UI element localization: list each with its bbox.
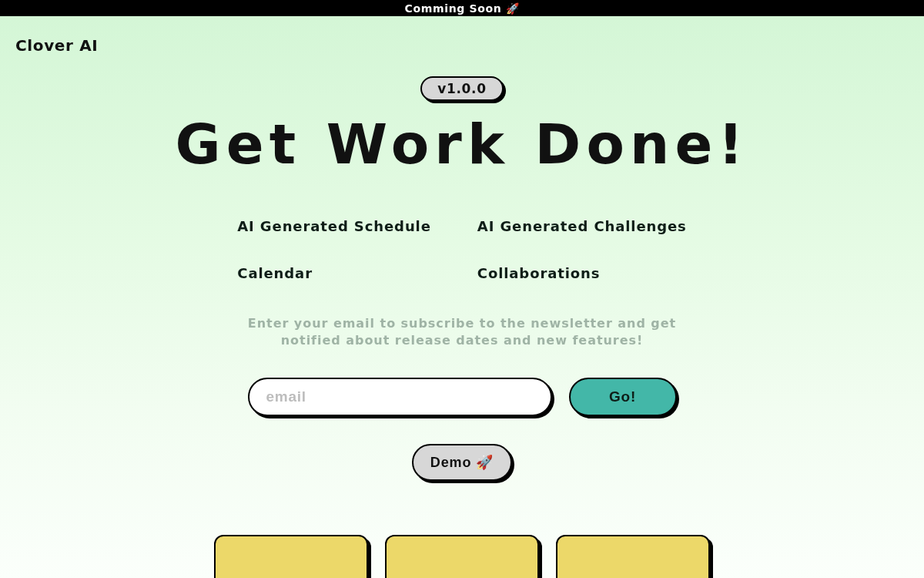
brand-name: Clover AI bbox=[15, 32, 909, 55]
announcement-text: Comming Soon 🚀 bbox=[405, 2, 520, 15]
version-badge: v1.0.0 bbox=[420, 76, 504, 101]
feature-challenges: AI Generated Challenges bbox=[477, 218, 687, 234]
hero-section: v1.0.0 Get Work Done! AI Generated Sched… bbox=[15, 76, 909, 578]
demo-row: Demo 🚀 bbox=[412, 444, 512, 481]
feature-card bbox=[556, 535, 710, 578]
demo-button[interactable]: Demo 🚀 bbox=[412, 444, 512, 481]
newsletter-form: Go! bbox=[248, 378, 677, 416]
feature-schedule: AI Generated Schedule bbox=[237, 218, 431, 234]
announcement-bar: Comming Soon 🚀 bbox=[0, 0, 924, 16]
feature-cards-row bbox=[214, 535, 710, 578]
feature-card bbox=[385, 535, 539, 578]
feature-collaborations: Collaborations bbox=[477, 265, 687, 281]
feature-card bbox=[214, 535, 368, 578]
feature-calendar: Calendar bbox=[237, 265, 431, 281]
page-body: Clover AI v1.0.0 Get Work Done! AI Gener… bbox=[0, 16, 924, 578]
feature-grid: AI Generated Schedule AI Generated Chall… bbox=[237, 218, 686, 281]
newsletter-copy: Enter your email to subscribe to the new… bbox=[239, 315, 685, 350]
subscribe-button[interactable]: Go! bbox=[569, 378, 677, 416]
email-field[interactable] bbox=[248, 378, 552, 416]
hero-title: Get Work Done! bbox=[175, 112, 748, 176]
